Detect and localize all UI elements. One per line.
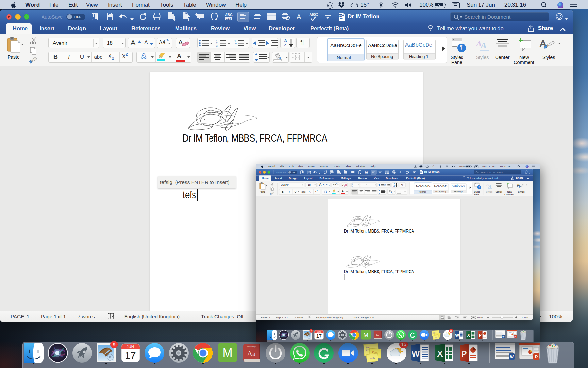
svg-text:i: i <box>370 185 370 187</box>
svg-text:Dictionary: Dictionary <box>247 346 256 348</box>
svg-text:M: M <box>222 346 233 360</box>
svg-text:M: M <box>363 331 368 338</box>
svg-text:W: W <box>510 354 514 359</box>
svg-text:P: P <box>535 354 538 359</box>
svg-text:JUN: JUN <box>317 331 321 333</box>
svg-text:123: 123 <box>226 17 231 20</box>
svg-text:P: P <box>514 336 516 338</box>
svg-text:ABC: ABC <box>405 170 410 172</box>
svg-text:P: P <box>461 349 467 359</box>
svg-text:i: i <box>236 44 236 47</box>
svg-text:Dictionary: Dictionary <box>376 331 380 333</box>
svg-text:Aa: Aa <box>247 349 256 358</box>
svg-text:Aa: Aa <box>376 333 380 337</box>
svg-text:P: P <box>479 333 482 338</box>
svg-text:W: W <box>502 336 504 338</box>
svg-text:W: W <box>339 14 342 17</box>
svg-text:JUN: JUN <box>127 345 134 349</box>
svg-text:17: 17 <box>125 350 136 360</box>
svg-text:X: X <box>437 349 443 359</box>
svg-text:123: 123 <box>365 172 368 174</box>
svg-text:W: W <box>455 333 459 338</box>
svg-text:ABC: ABC <box>365 170 369 172</box>
svg-text:ABC: ABC <box>309 12 318 17</box>
svg-text:W: W <box>412 349 420 359</box>
svg-text:ABC: ABC <box>225 13 233 17</box>
svg-text:17: 17 <box>316 333 322 339</box>
svg-text:X: X <box>467 333 470 338</box>
svg-text:3: 3 <box>216 44 218 47</box>
svg-text:W: W <box>420 171 421 172</box>
svg-text:3: 3 <box>361 185 361 187</box>
